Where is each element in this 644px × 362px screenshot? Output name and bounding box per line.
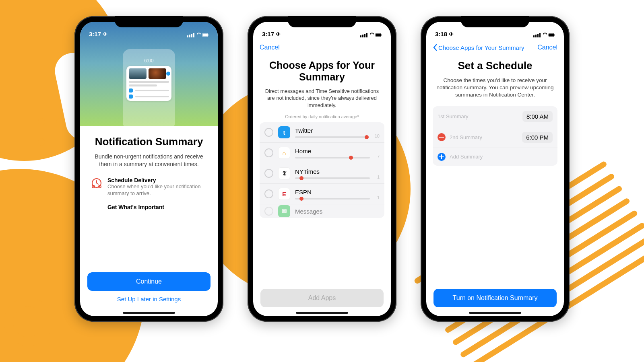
status-icons [533, 31, 555, 38]
screen-3: 3:18 ✈︎ Choose Apps for Your Summary Can… [426, 22, 564, 316]
page-title: Notification Summary [89, 136, 209, 148]
add-summary-row[interactable]: Add Summary [433, 148, 557, 166]
schedule-time[interactable]: 8:00 AM [522, 111, 553, 122]
app-name: ESPN [295, 189, 370, 195]
list-note: Ordered by daily notification average* [260, 114, 384, 119]
page-title: Set a Schedule [433, 60, 557, 72]
radio-toggle[interactable] [264, 128, 273, 137]
home-indicator[interactable] [296, 312, 348, 314]
svg-rect-3 [193, 33, 194, 37]
radio-toggle[interactable] [264, 169, 273, 178]
app-icon: E [278, 188, 290, 200]
svg-rect-1 [189, 35, 190, 37]
star-icon [91, 204, 103, 216]
continue-button[interactable]: Continue [87, 272, 211, 291]
svg-rect-12 [366, 33, 367, 37]
setup-later-link[interactable]: Set Up Later in Settings [87, 291, 211, 307]
svg-rect-2 [191, 34, 192, 37]
add-summary-label: Add Summary [450, 154, 553, 160]
frequency-slider[interactable] [295, 198, 370, 200]
app-row[interactable]: EESPN1 [260, 184, 384, 204]
radio-toggle[interactable] [264, 207, 273, 216]
schedule-label: 1st Summary [438, 113, 518, 119]
app-row[interactable]: ⌂Home7 [260, 143, 384, 163]
frequency-slider[interactable] [295, 136, 367, 138]
svg-rect-17 [537, 34, 539, 37]
app-list: tTwitter10⌂Home7𝕿NYTimes1EESPN1✉︎Message… [260, 122, 384, 218]
svg-rect-20 [549, 34, 554, 36]
notch [288, 16, 356, 27]
svg-rect-9 [360, 35, 361, 37]
frequency-slider[interactable] [295, 157, 370, 158]
status-icons [360, 31, 382, 38]
phone-frame-2: 3:17 ✈︎ Cancel Choose Apps for Your Summ… [248, 16, 396, 322]
add-apps-button[interactable]: Add Apps [260, 289, 384, 307]
app-row[interactable]: 𝕿NYTimes1 [260, 163, 384, 184]
back-label: Choose Apps for Your Summary [438, 44, 524, 51]
svg-rect-18 [539, 33, 541, 37]
app-count: 10 [372, 134, 380, 138]
turn-on-button[interactable]: Turn on Notification Summary [433, 289, 557, 307]
screen-2: 3:17 ✈︎ Cancel Choose Apps for Your Summ… [253, 22, 391, 316]
app-row[interactable]: tTwitter10 [260, 122, 384, 143]
page-title: Choose Apps for Your Summary [264, 60, 380, 83]
app-count: 7 [375, 154, 380, 159]
app-count: 1 [375, 195, 380, 200]
phone-row: 3:17 ✈︎ 6:00 [0, 16, 644, 322]
feature-title: Get What's Important [107, 204, 164, 210]
svg-rect-14 [376, 34, 381, 36]
app-icon: ✉︎ [278, 205, 290, 217]
schedule-row[interactable]: 1st Summary 8:00 AM [433, 106, 557, 127]
frequency-slider[interactable] [295, 177, 370, 179]
app-icon: 𝕿 [278, 167, 290, 179]
app-name: Twitter [295, 127, 367, 134]
clock-icon [91, 177, 103, 189]
home-indicator[interactable] [469, 312, 521, 314]
phone-frame-3: 3:18 ✈︎ Choose Apps for Your Summary Can… [421, 16, 570, 322]
cancel-button[interactable]: Cancel [537, 44, 557, 51]
chevron-left-icon [433, 44, 438, 51]
page-desc: Choose the times you'd like to receive y… [433, 77, 557, 99]
feature-title: Schedule Delivery [107, 177, 207, 183]
schedule-list: 1st Summary 8:00 AM 2nd Summary 6:00 PM … [433, 106, 557, 166]
cancel-button[interactable]: Cancel [260, 44, 280, 51]
hero-clock-text: 6:00 [144, 58, 153, 64]
app-count: 1 [375, 175, 380, 179]
svg-rect-16 [535, 35, 537, 37]
marketing-stage: 3:17 ✈︎ 6:00 [0, 0, 644, 362]
schedule-label: 2nd Summary [450, 134, 518, 140]
svg-point-8 [99, 185, 101, 188]
app-name: Home [295, 148, 370, 154]
feature-desc: Choose when you'd like your notification… [107, 183, 207, 197]
notch [461, 16, 529, 27]
page-desc: Bundle non-urgent notifications and rece… [89, 153, 209, 168]
svg-rect-15 [533, 35, 535, 37]
status-icons [187, 31, 209, 38]
app-name: Messages [295, 208, 380, 215]
status-time: 3:17 ✈︎ [89, 31, 108, 38]
schedule-row[interactable]: 2nd Summary 6:00 PM [433, 127, 557, 148]
add-icon[interactable] [438, 153, 446, 161]
status-time: 3:17 ✈︎ [262, 31, 281, 38]
app-name: NYTimes [295, 168, 370, 175]
notch [115, 16, 183, 27]
screen-1: 3:17 ✈︎ 6:00 [80, 22, 218, 316]
app-row[interactable]: ✉︎Messages [260, 204, 384, 218]
radio-toggle[interactable] [264, 189, 273, 198]
back-button[interactable]: Choose Apps for Your Summary [433, 44, 524, 51]
page-desc: Direct messages and Time Sensitive notif… [260, 88, 384, 109]
app-icon: t [278, 126, 290, 138]
radio-toggle[interactable] [264, 148, 273, 157]
svg-rect-11 [364, 34, 365, 37]
home-indicator[interactable] [123, 312, 175, 314]
svg-rect-5 [203, 34, 208, 36]
remove-icon[interactable] [438, 133, 446, 141]
svg-rect-10 [362, 35, 363, 37]
schedule-time[interactable]: 6:00 PM [522, 132, 553, 143]
phone-frame-1: 3:17 ✈︎ 6:00 [74, 16, 223, 322]
svg-point-7 [92, 185, 95, 188]
app-icon: ⌂ [278, 147, 290, 159]
svg-rect-0 [187, 35, 188, 37]
status-time: 3:18 ✈︎ [435, 31, 454, 38]
